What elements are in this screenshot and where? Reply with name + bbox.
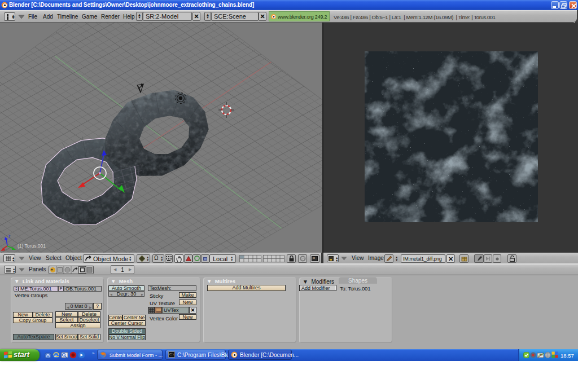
- svg-text:e: e: [54, 353, 56, 358]
- svg-text:z: z: [8, 234, 11, 238]
- svg-text:(1) Torus.001: (1) Torus.001: [17, 243, 46, 249]
